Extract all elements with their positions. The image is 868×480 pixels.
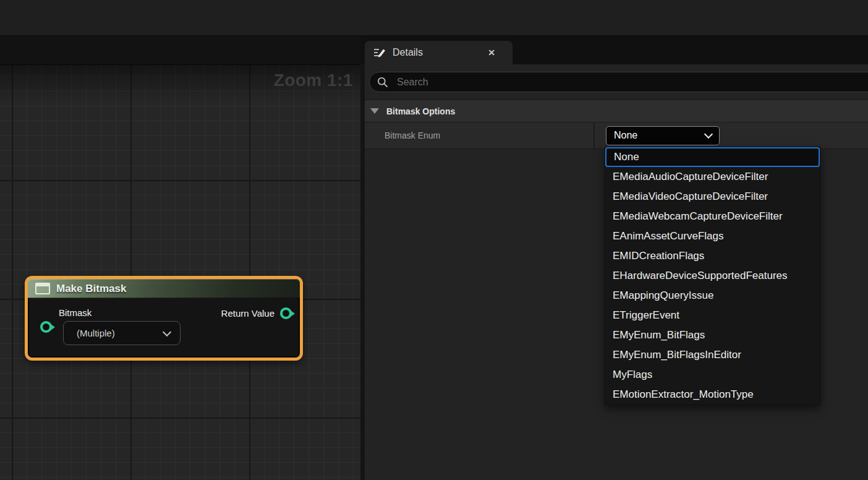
details-tab-label: Details [393, 47, 423, 58]
close-icon[interactable]: ✕ [488, 48, 495, 58]
bitmask-value-label: (Multiple) [77, 328, 115, 338]
enum-option[interactable]: EMediaWebcamCaptureDeviceFilter [605, 207, 820, 226]
details-tab[interactable]: Details ✕ [365, 41, 513, 64]
enum-option[interactable]: None [605, 147, 820, 167]
combobox-value: None [614, 130, 637, 141]
bitmask-options-section-header[interactable]: Bitmask Options [365, 100, 868, 122]
chevron-down-icon [163, 327, 171, 336]
enum-option[interactable]: MyFlags [605, 365, 820, 385]
bitmask-enum-combobox[interactable]: None [606, 126, 720, 145]
enum-option[interactable]: EMediaAudioCaptureDeviceFilter [605, 167, 820, 187]
node-title: Make Bitmask [56, 283, 126, 295]
enum-option[interactable]: EHardwareDeviceSupportedFeatures [605, 266, 820, 286]
enum-option[interactable]: EMappingQueryIssue [605, 286, 820, 306]
enum-option[interactable]: EMIDCreationFlags [605, 246, 820, 266]
bitmask-input-pin[interactable] [40, 321, 52, 333]
bitmask-value-dropdown[interactable]: (Multiple) [63, 321, 181, 345]
return-value-label: Return Value [221, 308, 274, 319]
make-bitmask-node[interactable]: Make Bitmask Bitmask (Multiple) Return V… [25, 276, 303, 361]
enum-option[interactable]: EAnimAssetCurveFlags [605, 226, 820, 246]
search-row [365, 64, 868, 100]
bitmask-pin-label: Bitmask [59, 307, 91, 318]
enum-option[interactable]: EMotionExtractor_MotionType [605, 385, 820, 405]
blueprint-graph-panel: Zoom 1:1 Make Bitmask Bitmask (Multiple)… [0, 36, 360, 480]
make-struct-icon [35, 283, 50, 294]
chevron-down-icon [704, 130, 713, 139]
node-header[interactable]: Make Bitmask [28, 279, 300, 298]
bitmask-enum-label: Bitmask Enum [385, 131, 440, 140]
enum-option[interactable]: EMyEnum_BitFlags [605, 325, 820, 345]
property-name-cell: Bitmask Enum [365, 122, 595, 148]
bitmask-enum-row: Bitmask Enum None [365, 122, 868, 149]
collapse-triangle-icon [370, 108, 379, 114]
enum-option[interactable]: EMyEnum_BitFlagsInEditor [605, 345, 820, 365]
search-input[interactable] [396, 76, 781, 88]
zoom-indicator: Zoom 1:1 [274, 71, 353, 90]
graph-canvas[interactable]: Zoom 1:1 Make Bitmask Bitmask (Multiple)… [0, 64, 360, 480]
return-value-output-pin[interactable] [280, 307, 292, 319]
enum-dropdown-list: NoneEMediaAudioCaptureDeviceFilterEMedia… [605, 147, 820, 405]
top-bar [0, 0, 868, 36]
details-icon [373, 46, 386, 59]
section-label: Bitmask Options [386, 106, 455, 116]
property-value-cell: None [595, 122, 868, 148]
search-field[interactable] [369, 72, 868, 92]
details-tab-bar: Details ✕ [360, 36, 868, 64]
enum-option[interactable]: ETriggerEvent [605, 306, 820, 325]
enum-option[interactable]: EMediaVideoCaptureDeviceFilter [605, 187, 820, 207]
search-icon [377, 77, 388, 88]
